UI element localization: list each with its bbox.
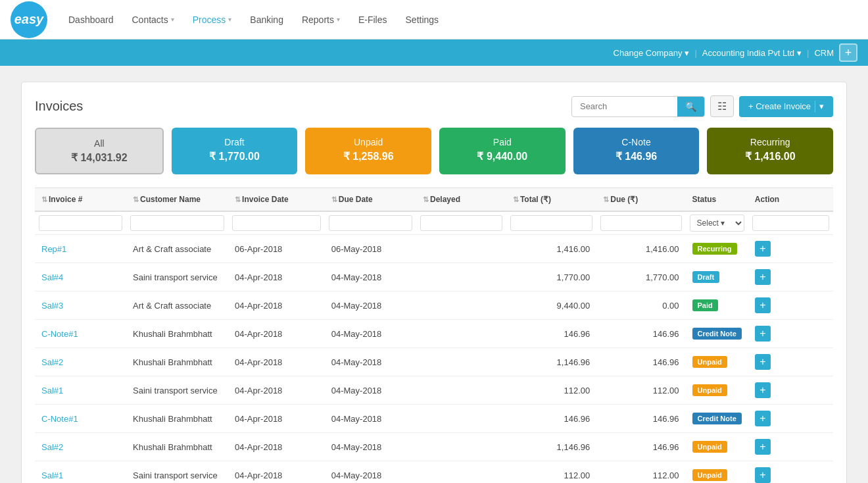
filter-input-action[interactable] bbox=[752, 215, 829, 231]
status-badge: Unpaid bbox=[692, 469, 727, 481]
action-btn[interactable]: + bbox=[755, 269, 771, 285]
change-company-btn[interactable]: Change Company ▾ bbox=[614, 48, 690, 58]
invoice-link[interactable]: C-Note#1 bbox=[41, 414, 78, 424]
cell-delayed bbox=[416, 235, 506, 263]
cell-due-date: 04-May-2018 bbox=[325, 405, 416, 433]
search-box: 🔍 bbox=[571, 96, 705, 117]
cell-invoice-date: 04-Apr-2018 bbox=[228, 376, 325, 405]
table-row: Sal#1 Saini transport service 04-Apr-201… bbox=[35, 461, 833, 484]
th-customer_name[interactable]: ⇅Customer Name bbox=[126, 188, 228, 212]
page-title: Invoices bbox=[35, 99, 83, 114]
filter-input-invoice_date[interactable] bbox=[232, 215, 321, 231]
create-invoice-label: + Create Invoice bbox=[748, 101, 811, 111]
cell-invoice-num: Sal#4 bbox=[35, 263, 126, 292]
search-button[interactable]: 🔍 bbox=[677, 97, 704, 116]
create-invoice-button[interactable]: + Create Invoice ▾ bbox=[739, 96, 833, 117]
cell-delayed bbox=[416, 320, 506, 348]
grid-view-button[interactable]: ☷ bbox=[710, 95, 734, 117]
cell-due-date: 04-May-2018 bbox=[325, 461, 416, 484]
th-status: Status bbox=[686, 188, 748, 212]
th-delayed[interactable]: ⇅Delayed bbox=[416, 188, 506, 212]
cell-invoice-date: 04-Apr-2018 bbox=[228, 348, 325, 376]
invoice-link[interactable]: Sal#1 bbox=[41, 386, 63, 395]
reports-arrow: ▾ bbox=[337, 16, 340, 23]
sort-icon-customer_name: ⇅ bbox=[133, 195, 139, 203]
invoice-link[interactable]: Sal#4 bbox=[41, 272, 63, 282]
action-btn[interactable]: + bbox=[755, 354, 771, 370]
invoice-link[interactable]: Sal#3 bbox=[41, 301, 63, 311]
filter-cell-status: Select ▾ bbox=[686, 211, 748, 235]
topbar-plus-btn[interactable]: + bbox=[839, 43, 857, 62]
company-arrow: ▾ bbox=[797, 48, 802, 58]
th-due[interactable]: ⇅Due (₹) bbox=[596, 188, 685, 212]
sort-icon-delayed: ⇅ bbox=[423, 195, 429, 203]
action-btn[interactable]: + bbox=[755, 411, 771, 426]
cell-customer: Saini transport service bbox=[126, 461, 228, 484]
cell-invoice-date: 04-Apr-2018 bbox=[228, 320, 325, 348]
table-row: Rep#1 Art & Craft associate 06-Apr-2018 … bbox=[35, 235, 833, 263]
action-btn[interactable]: + bbox=[755, 326, 771, 342]
nav-reports[interactable]: Reports ▾ bbox=[294, 9, 348, 30]
filter-input-customer_name[interactable] bbox=[130, 215, 224, 231]
table-row: Sal#3 Art & Craft associate 04-Apr-2018 … bbox=[35, 292, 833, 320]
invoice-link[interactable]: Sal#2 bbox=[41, 357, 63, 367]
cell-invoice-date: 04-Apr-2018 bbox=[228, 461, 325, 484]
cell-invoice-num: Rep#1 bbox=[35, 235, 126, 263]
th-invoice_num[interactable]: ⇅Invoice # bbox=[35, 188, 126, 212]
filter-input-invoice_num[interactable] bbox=[39, 215, 122, 231]
nav-banking[interactable]: Banking bbox=[242, 9, 291, 30]
cell-due: 0.00 bbox=[596, 292, 685, 320]
filter-input-total[interactable] bbox=[510, 215, 592, 231]
nav-contacts[interactable]: Contacts ▾ bbox=[124, 9, 182, 30]
action-btn[interactable]: + bbox=[755, 439, 771, 455]
table-row: Sal#2 Khushali Brahmbhatt 04-Apr-2018 04… bbox=[35, 433, 833, 461]
table-row: C-Note#1 Khushali Brahmbhatt 04-Apr-2018… bbox=[35, 320, 833, 348]
cell-due: 1,416.00 bbox=[596, 235, 685, 263]
tile-cnote[interactable]: C-Note ₹ 146.96 bbox=[573, 128, 700, 174]
sort-icon-due_date: ⇅ bbox=[331, 195, 337, 203]
change-company-label: Change Company bbox=[614, 48, 683, 58]
nav-settings[interactable]: Settings bbox=[398, 9, 447, 30]
nav-process[interactable]: Process ▾ bbox=[185, 9, 240, 30]
filter-input-due[interactable] bbox=[600, 215, 681, 231]
nav-efiles[interactable]: E-Files bbox=[350, 9, 395, 30]
cell-due: 112.00 bbox=[596, 461, 685, 484]
invoice-link[interactable]: Sal#2 bbox=[41, 442, 63, 452]
th-invoice_date[interactable]: ⇅Invoice Date bbox=[228, 188, 325, 212]
cell-due-date: 04-May-2018 bbox=[325, 263, 416, 292]
action-btn[interactable]: + bbox=[755, 467, 771, 483]
tile-all[interactable]: All ₹ 14,031.92 bbox=[35, 128, 164, 174]
action-btn[interactable]: + bbox=[755, 241, 771, 257]
table-row: Sal#2 Khushali Brahmbhatt 04-Apr-2018 04… bbox=[35, 348, 833, 376]
crm-btn[interactable]: CRM bbox=[814, 48, 834, 58]
filter-input-due_date[interactable] bbox=[329, 215, 412, 231]
th-due_date[interactable]: ⇅Due Date bbox=[325, 188, 416, 212]
invoice-link[interactable]: C-Note#1 bbox=[41, 329, 78, 339]
th-total[interactable]: ⇅Total (₹) bbox=[506, 188, 596, 212]
tile-draft[interactable]: Draft ₹ 1,770.00 bbox=[172, 128, 298, 174]
cell-status: Unpaid bbox=[686, 461, 748, 484]
tile-recurring[interactable]: Recurring ₹ 1,416.00 bbox=[707, 128, 833, 174]
tile-paid[interactable]: Paid ₹ 9,440.00 bbox=[439, 128, 566, 174]
status-badge: Recurring bbox=[692, 243, 737, 255]
cell-status: Unpaid bbox=[686, 433, 748, 461]
main-content: Invoices 🔍 ☷ + Create Invoice ▾ All ₹ 14… bbox=[0, 66, 868, 483]
company-name-btn[interactable]: Accounting India Pvt Ltd ▾ bbox=[702, 48, 802, 58]
invoice-link[interactable]: Rep#1 bbox=[41, 244, 66, 254]
search-input[interactable] bbox=[572, 97, 677, 115]
action-btn[interactable]: + bbox=[755, 382, 771, 398]
cell-total: 1,146.96 bbox=[506, 348, 596, 376]
logo[interactable]: easy bbox=[11, 1, 47, 38]
tile-label-unpaid: Unpaid bbox=[316, 137, 421, 147]
action-btn[interactable]: + bbox=[755, 297, 771, 313]
cell-action: + bbox=[748, 405, 833, 433]
table-row: Sal#4 Saini transport service 04-Apr-201… bbox=[35, 263, 833, 292]
tile-unpaid[interactable]: Unpaid ₹ 1,258.96 bbox=[305, 128, 431, 174]
filter-input-delayed[interactable] bbox=[420, 215, 502, 231]
status-filter[interactable]: Select ▾ bbox=[690, 215, 744, 232]
cell-due-date: 04-May-2018 bbox=[325, 292, 416, 320]
cell-delayed bbox=[416, 376, 506, 405]
nav-dashboard[interactable]: Dashboard bbox=[60, 9, 122, 30]
invoice-link[interactable]: Sal#1 bbox=[41, 470, 63, 480]
cell-customer: Khushali Brahmbhatt bbox=[126, 405, 228, 433]
